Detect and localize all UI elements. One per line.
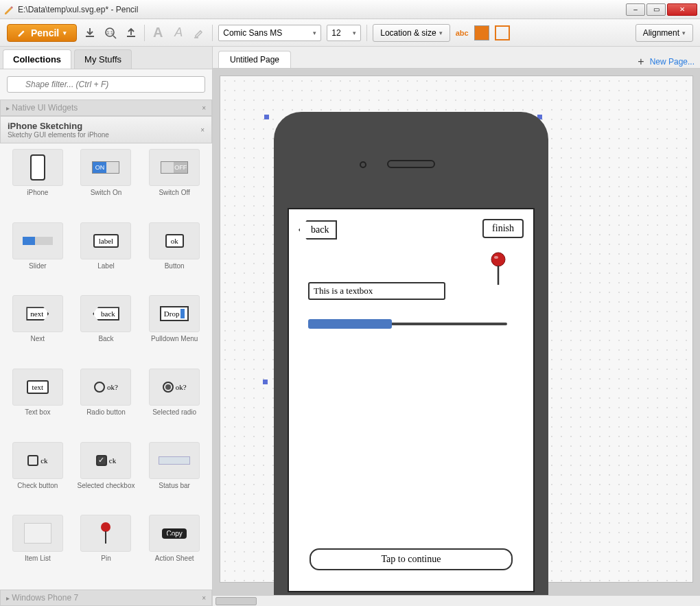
collection-iphone-sub: Sketchy GUI elements for iPhone <box>8 131 109 139</box>
selection-handle[interactable] <box>263 380 268 384</box>
collection-iphone-header[interactable]: iPhone Sketching Sketchy GUI elements fo… <box>0 116 212 143</box>
tab-mystuffs[interactable]: My Stuffs <box>74 49 132 69</box>
highlighter-icon <box>191 25 207 40</box>
mockup-finish-button[interactable]: finish <box>482 219 524 238</box>
font-style-a2-icon: A <box>171 25 186 40</box>
svg-point-2 <box>101 522 110 532</box>
page-tab-untitled[interactable]: Untitled Page <box>218 51 291 68</box>
close-button[interactable]: ✕ <box>667 3 697 16</box>
artboard[interactable]: back finish This is a textbox Tap to con… <box>220 75 693 583</box>
maximize-button[interactable]: ▭ <box>646 3 666 16</box>
font-size-value: 12 <box>331 28 340 38</box>
main-toolbar: Pencil ▾ 1:1 A A Comic Sans MS ▾ 12 ▾ Lo… <box>0 19 700 47</box>
iphone-mockup[interactable]: back finish This is a textbox Tap to con… <box>274 112 548 606</box>
shape-statusbar[interactable]: Status bar <box>142 442 207 511</box>
download-icon[interactable] <box>82 25 97 40</box>
alignment-button[interactable]: Alignment ▾ <box>635 24 693 42</box>
shape-pulldown[interactable]: DropPulldown Menu <box>142 295 207 364</box>
left-panel: Collections My Stuffs ▾ ▸ Native UI Widg… <box>0 47 213 606</box>
pencil-menu-button[interactable]: Pencil ▾ <box>7 24 77 42</box>
shape-check[interactable]: ckCheck button <box>5 442 70 511</box>
collection-winphone-header[interactable]: ▸ Windows Phone 7 × <box>0 590 212 606</box>
shape-actionsheet[interactable]: CopyAction Sheet <box>142 515 207 584</box>
font-family-value: Comic Sans MS <box>223 28 282 38</box>
shape-slider[interactable]: Slider <box>5 222 70 292</box>
shape-next[interactable]: nextNext <box>5 295 70 364</box>
svg-text:1:1: 1:1 <box>106 30 113 35</box>
shapes-grid: iPhone ONSwitch On OFFSwitch Off Slider … <box>0 143 212 590</box>
shape-iphone[interactable]: iPhone <box>5 149 70 218</box>
mockup-slider[interactable] <box>308 319 507 329</box>
zoom-reset-icon[interactable]: 1:1 <box>103 25 118 40</box>
location-size-button[interactable]: Location & size ▾ <box>373 24 450 42</box>
shape-back[interactable]: backBack <box>74 295 139 364</box>
text-color-abc-icon[interactable]: abc <box>456 29 469 37</box>
collection-iphone-title: iPhone Sketching <box>8 121 109 131</box>
location-size-label: Location & size <box>380 28 436 38</box>
pencil-label: Pencil <box>31 27 59 38</box>
svg-point-3 <box>491 253 505 266</box>
shape-filter-input[interactable] <box>7 76 205 93</box>
phone-screen: back finish This is a textbox Tap to con… <box>288 208 535 592</box>
minimize-button[interactable]: – <box>626 3 645 16</box>
close-icon[interactable]: × <box>202 104 206 112</box>
shape-textbox[interactable]: textText box <box>5 369 70 438</box>
new-page-link[interactable]: New Page... <box>650 57 695 67</box>
export-icon[interactable] <box>124 25 139 40</box>
alignment-label: Alignment <box>643 28 679 38</box>
shape-radio[interactable]: ok?Radio button <box>74 369 139 438</box>
add-page-icon[interactable]: + <box>638 56 644 68</box>
window-titlebar: E:\Data\temp\xul.svg.ep* - Pencil – ▭ ✕ <box>0 0 700 19</box>
font-family-select[interactable]: Comic Sans MS ▾ <box>218 25 321 41</box>
app-icon <box>3 4 14 15</box>
tab-collections[interactable]: Collections <box>3 49 71 69</box>
shape-pin[interactable]: Pin <box>74 515 139 584</box>
shape-check-sel[interactable]: ✓ckSelected checkbox <box>74 442 139 511</box>
horizontal-scrollbar[interactable] <box>213 595 700 606</box>
svg-point-4 <box>494 256 498 259</box>
mockup-textbox[interactable]: This is a textbox <box>308 282 445 300</box>
phone-speaker <box>387 160 435 168</box>
mockup-back-button[interactable]: back <box>299 220 337 240</box>
selection-handle[interactable] <box>264 115 269 119</box>
shape-label[interactable]: labelLabel <box>74 222 139 292</box>
font-style-a-icon: A <box>150 25 165 40</box>
shape-button[interactable]: okButton <box>142 222 207 292</box>
window-title: E:\Data\temp\xul.svg.ep* - Pencil <box>18 5 626 14</box>
shape-switch-off[interactable]: OFFSwitch Off <box>142 149 207 218</box>
pencil-icon <box>17 28 27 38</box>
canvas-area: Untitled Page + New Page... back finish <box>213 47 700 606</box>
mockup-pin[interactable] <box>489 252 507 289</box>
font-size-select[interactable]: 12 ▾ <box>327 25 361 41</box>
stroke-color-swatch[interactable] <box>495 25 510 40</box>
collection-native-header[interactable]: ▸ Native UI Widgets × <box>0 100 212 116</box>
canvas-scroll[interactable]: back finish This is a textbox Tap to con… <box>213 69 700 606</box>
phone-camera <box>360 161 366 168</box>
close-icon[interactable]: × <box>200 126 205 134</box>
fill-color-swatch[interactable] <box>474 25 489 40</box>
close-icon[interactable]: × <box>202 594 206 602</box>
shape-radio-sel[interactable]: ok?Selected radio <box>142 369 207 438</box>
shape-switch-on[interactable]: ONSwitch On <box>74 149 139 218</box>
shape-itemlist[interactable]: Item List <box>5 515 70 584</box>
